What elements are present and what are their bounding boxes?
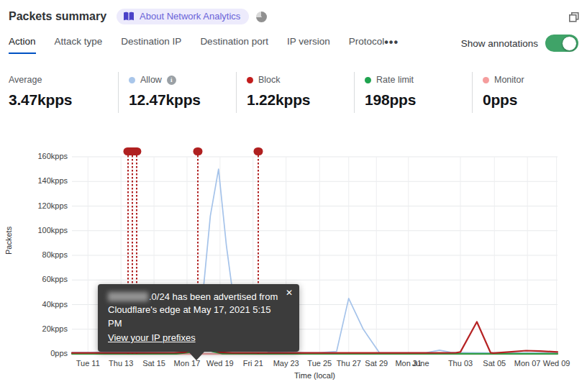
y-tick-label: 20kpps bbox=[42, 324, 68, 333]
badge-label: About Network Analytics bbox=[140, 11, 240, 22]
x-tick-label: Tue 25 bbox=[307, 359, 332, 368]
y-tick-label: 100kpps bbox=[37, 226, 68, 234]
tab-action[interactable]: Action bbox=[9, 36, 36, 54]
stat-rate-limit: Rate limit198pps bbox=[354, 72, 472, 113]
stats-row: Average3.47kppsAllowi12.47kppsBlock1.22k… bbox=[0, 72, 587, 113]
info-icon[interactable]: i bbox=[167, 76, 176, 85]
toggle-knob bbox=[562, 36, 577, 51]
legend-dot-icon bbox=[247, 77, 253, 83]
stat-label: Rate limit bbox=[376, 75, 414, 85]
y-tick-label: 140kpps bbox=[37, 176, 68, 185]
tab-ip-version[interactable]: IP version bbox=[287, 36, 330, 54]
legend-dot-icon bbox=[365, 77, 371, 83]
packets-chart: 160kpps140kpps120kpps100kpps80kpps60kpps… bbox=[0, 137, 587, 390]
close-icon[interactable]: ✕ bbox=[286, 287, 293, 299]
stat-value: 198pps bbox=[365, 91, 472, 109]
x-tick-label: Tue 11 bbox=[76, 359, 100, 368]
annotation-tooltip: ✕ .0/24 has been advertised from Cloudfl… bbox=[98, 284, 299, 352]
tab-destination-ip[interactable]: Destination IP bbox=[121, 36, 181, 54]
stat-label: Monitor bbox=[494, 75, 524, 85]
stat-label: Average bbox=[9, 75, 42, 85]
y-tick-label: 160kpps bbox=[37, 152, 68, 160]
expand-window-icon[interactable] bbox=[568, 12, 580, 23]
stat-value: 3.47kpps bbox=[9, 91, 118, 109]
x-axis-title: Time (local) bbox=[72, 371, 558, 380]
stat-label: Block bbox=[258, 75, 281, 85]
legend-dot-icon bbox=[483, 77, 489, 83]
stat-label: Allow bbox=[140, 75, 162, 85]
tabs-row: ActionAttack typeDestination IPDestinati… bbox=[9, 36, 578, 55]
annotation-marker-icon[interactable] bbox=[254, 147, 263, 155]
x-tick-label: Mon 07 bbox=[514, 359, 541, 368]
stat-average: Average3.47kpps bbox=[0, 72, 118, 113]
tabs-more-button[interactable]: ••• bbox=[384, 36, 399, 55]
x-tick-label: Fri 21 bbox=[243, 359, 263, 368]
show-annotations-label: Show annotations bbox=[461, 38, 538, 49]
book-icon bbox=[123, 12, 135, 22]
tab-protocol[interactable]: Protocol bbox=[349, 36, 385, 54]
x-tick-label: Thu 13 bbox=[109, 359, 133, 368]
show-annotations-toggle[interactable] bbox=[545, 35, 578, 52]
stat-monitor: Monitor0pps bbox=[472, 72, 580, 113]
view-ip-prefixes-link[interactable]: View your IP prefixes bbox=[108, 332, 196, 345]
x-tick-label: May 23 bbox=[273, 359, 299, 368]
y-axis-title: Packets bbox=[4, 227, 13, 255]
x-tick-label: Thu 27 bbox=[337, 359, 361, 368]
y-tick-label: 0pps bbox=[50, 349, 68, 357]
stat-allow: Allowi12.47kpps bbox=[118, 72, 236, 113]
stat-block: Block1.22kpps bbox=[236, 72, 354, 113]
legend-dot-icon bbox=[129, 77, 135, 83]
x-tick-label: Wed 19 bbox=[206, 359, 234, 368]
stat-value: 0pps bbox=[483, 91, 580, 109]
y-tick-label: 60kpps bbox=[42, 275, 68, 283]
annotation-marker-icon[interactable] bbox=[124, 147, 142, 155]
about-network-analytics-badge[interactable]: About Network Analytics bbox=[117, 9, 249, 24]
y-tick-label: 120kpps bbox=[37, 201, 68, 210]
header: Packets summary About Network Analytics bbox=[9, 9, 580, 24]
y-tick-label: 80kpps bbox=[42, 250, 68, 259]
x-tick-label: Sat 29 bbox=[365, 359, 388, 368]
show-annotations-control: Show annotations bbox=[461, 35, 578, 52]
stat-value: 12.47kpps bbox=[129, 91, 236, 109]
annotation-marker-icon[interactable] bbox=[194, 147, 203, 155]
y-tick-label: 40kpps bbox=[42, 300, 68, 309]
x-tick-label: Thu 03 bbox=[448, 359, 473, 368]
tooltip-arrow bbox=[188, 352, 204, 360]
x-tick-label: Wed 09 bbox=[543, 359, 570, 368]
tab-bar: ActionAttack typeDestination IPDestinati… bbox=[9, 36, 384, 54]
redacted-ip-prefix bbox=[108, 292, 148, 301]
tab-destination-port[interactable]: Destination port bbox=[200, 36, 268, 54]
tab-attack-type[interactable]: Attack type bbox=[55, 36, 103, 54]
x-tick-label: June bbox=[412, 359, 429, 368]
x-tick-label: Sat 05 bbox=[483, 359, 506, 368]
stat-value: 1.22kpps bbox=[247, 91, 354, 109]
pie-chart-icon bbox=[256, 12, 267, 22]
x-tick-label: Sat 15 bbox=[142, 359, 165, 368]
page-title: Packets summary bbox=[9, 10, 106, 23]
